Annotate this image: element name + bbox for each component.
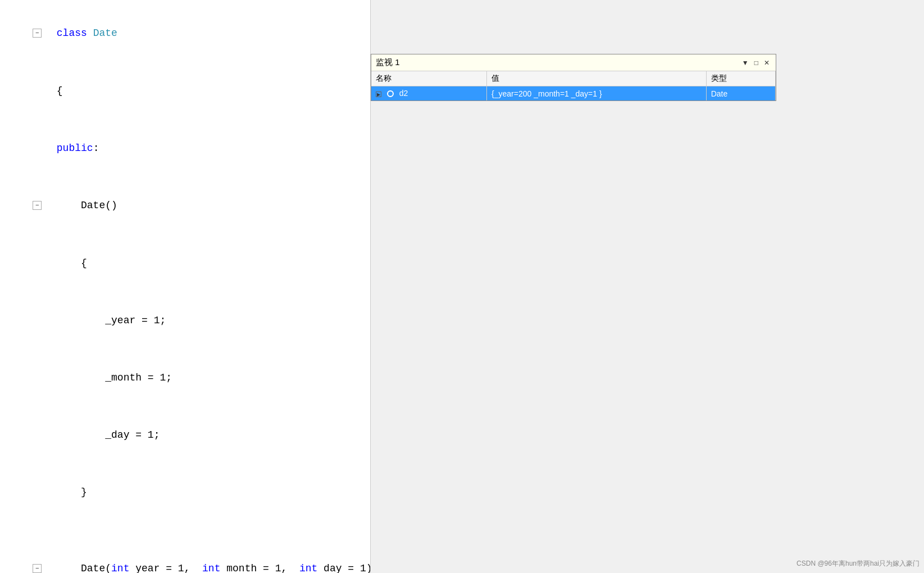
- code-line-8: _day = 1;: [0, 406, 370, 464]
- line-content-1: class Date: [20, 4, 366, 62]
- watch-title-text: 监视 1: [376, 57, 400, 68]
- watch-title-controls: ▼ □ ✕: [740, 59, 771, 67]
- code-line-11: − Date(int year = 1, int month = 1, int …: [0, 540, 370, 573]
- line-content-8: _day = 1;: [20, 406, 366, 464]
- code-line-10: [0, 521, 370, 540]
- line-content-11: Date(int year = 1, int month = 1, int da…: [20, 540, 371, 573]
- code-line-6: _year = 1;: [0, 292, 370, 349]
- watch-var-name: d2: [399, 89, 408, 98]
- watch-cell-name: ▶ d2: [371, 86, 487, 101]
- line-content-7: _month = 1;: [20, 349, 366, 406]
- line-content-9: }: [20, 464, 366, 521]
- code-line-9: }: [0, 464, 370, 521]
- col-type: 类型: [706, 71, 775, 86]
- object-icon: [386, 89, 395, 98]
- code-editor[interactable]: − class Date { public: − Date() {: [0, 0, 371, 573]
- watch-cell-value: {_year=200 _month=1 _day=1 }: [487, 86, 707, 101]
- watch-cell-type: Date: [706, 86, 775, 101]
- watch-table-header: 名称 值 类型: [371, 71, 776, 86]
- col-value: 值: [487, 71, 707, 86]
- line-content-4: Date(): [20, 177, 366, 234]
- expand-icon[interactable]: ▶: [376, 91, 381, 97]
- watch-close-btn[interactable]: ✕: [762, 59, 771, 67]
- code-line-4: − Date(): [0, 177, 370, 235]
- watch-row-d2[interactable]: ▶ d2 {_year=200 _month=1 _day=1 } Date: [371, 86, 776, 101]
- col-name: 名称: [371, 71, 487, 86]
- line-content-10: [20, 521, 366, 540]
- line-content-3: public:: [20, 120, 366, 177]
- watch-panel: 监视 1 ▼ □ ✕ 名称 值 类型 ▶ d2 {_year=200 _mont…: [371, 54, 776, 101]
- code-line-1: − class Date: [0, 4, 370, 62]
- watch-minimize-btn[interactable]: □: [753, 59, 760, 67]
- code-line-2: {: [0, 62, 370, 120]
- line-content-2: {: [20, 62, 366, 120]
- fold-icon-11[interactable]: −: [4, 540, 20, 573]
- fold-icon-4[interactable]: −: [4, 177, 20, 235]
- code-line-3: public:: [0, 120, 370, 177]
- watch-dropdown-btn[interactable]: ▼: [740, 59, 750, 67]
- code-line-5: {: [0, 235, 370, 292]
- watermark: CSDN @96年离hun带两hai只为嫁入豪门: [796, 559, 920, 569]
- fold-icon-1[interactable]: −: [4, 5, 20, 62]
- code-line-7: _month = 1;: [0, 349, 370, 406]
- line-content-5: {: [20, 235, 366, 292]
- watch-table: 名称 值 类型 ▶ d2 {_year=200 _month=1 _day=1 …: [371, 71, 776, 100]
- line-content-6: _year = 1;: [20, 292, 366, 349]
- watch-title-bar: 监视 1 ▼ □ ✕: [371, 54, 776, 71]
